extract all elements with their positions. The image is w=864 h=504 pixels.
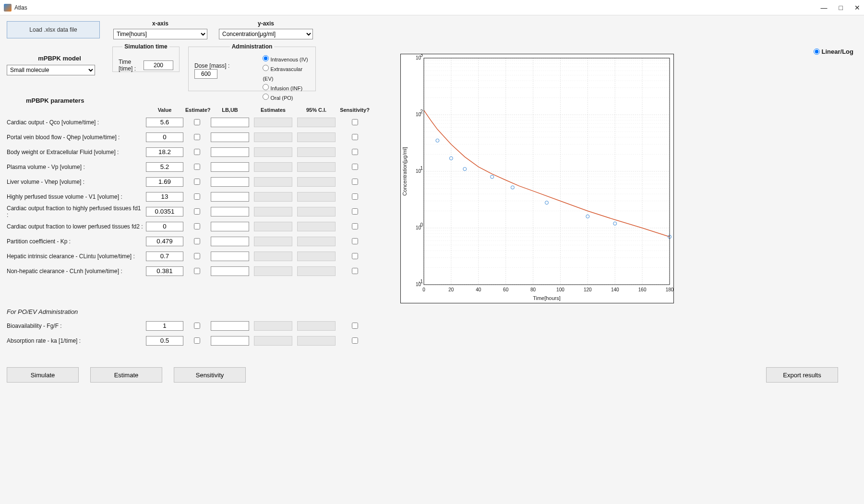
estimate-checkbox[interactable] <box>194 179 200 185</box>
param-value-input[interactable] <box>146 132 183 142</box>
lbub-input[interactable] <box>211 336 249 346</box>
lbub-input[interactable] <box>211 147 249 157</box>
estimates-output <box>254 252 292 261</box>
estimates-output <box>254 132 292 142</box>
dose-input[interactable] <box>194 69 217 79</box>
lbub-input[interactable] <box>211 162 249 172</box>
estimate-checkbox[interactable] <box>194 119 200 125</box>
param-value-input[interactable] <box>146 207 183 216</box>
param-value-input[interactable] <box>146 252 183 261</box>
maximize-icon[interactable]: □ <box>839 4 843 12</box>
param-value-input[interactable] <box>146 147 183 157</box>
lbub-input[interactable] <box>211 132 249 142</box>
time-input[interactable] <box>144 60 173 70</box>
sensitivity-checkbox[interactable] <box>352 223 358 229</box>
lbub-input[interactable] <box>211 237 249 246</box>
estimate-checkbox[interactable] <box>194 149 200 155</box>
svg-text:160: 160 <box>638 287 647 292</box>
estimate-button[interactable]: Estimate <box>90 367 162 383</box>
x-axis-select[interactable]: Time[hours] <box>113 29 207 39</box>
estimates-output <box>254 336 292 346</box>
estimate-checkbox[interactable] <box>194 164 200 170</box>
lbub-input[interactable] <box>211 177 249 187</box>
model-select[interactable]: Small molecule <box>7 65 95 75</box>
param-value-input[interactable] <box>146 177 183 187</box>
radio-po[interactable]: Oral (PO) <box>263 93 310 103</box>
lbub-input[interactable] <box>211 192 249 202</box>
sensitivity-checkbox[interactable] <box>352 179 358 185</box>
simulate-button[interactable]: Simulate <box>7 367 79 383</box>
sensitivity-checkbox[interactable] <box>352 268 358 274</box>
estimate-checkbox[interactable] <box>194 193 200 200</box>
y-axis-select[interactable]: Concentration[μg/ml] <box>219 29 313 39</box>
parameter-table: Value Estimate? LB,UB Estimates 95% C.I.… <box>7 107 391 278</box>
estimate-checkbox[interactable] <box>194 223 200 229</box>
sensitivity-checkbox[interactable] <box>352 164 358 170</box>
param-label: Non-hepatic clearance - CLnh [volume/tim… <box>7 268 144 275</box>
svg-text:20: 20 <box>448 287 454 292</box>
window-controls: — □ ✕ <box>821 4 860 12</box>
administration-fieldset: Administration Dose [mass] : Intravenous… <box>188 43 316 91</box>
sensitivity-checkbox[interactable] <box>352 323 358 329</box>
param-label: Liver volume - Vhep [volume] : <box>7 179 144 185</box>
sensitivity-checkbox[interactable] <box>352 119 358 125</box>
param-row: Body weight or Extracellular Fluid [volu… <box>7 144 391 159</box>
lbub-input[interactable] <box>211 207 249 216</box>
app-icon <box>4 4 12 12</box>
sensitivity-checkbox[interactable] <box>352 238 358 244</box>
param-value-input[interactable] <box>146 336 183 346</box>
param-value-input[interactable] <box>146 192 183 202</box>
sensitivity-checkbox[interactable] <box>352 208 358 215</box>
sensitivity-checkbox[interactable] <box>352 149 358 155</box>
svg-text:Time[hours]: Time[hours] <box>533 295 561 301</box>
estimate-checkbox[interactable] <box>194 208 200 215</box>
sensitivity-checkbox[interactable] <box>352 134 358 140</box>
estimate-checkbox[interactable] <box>194 323 200 329</box>
param-value-input[interactable] <box>146 222 183 231</box>
lbub-input[interactable] <box>211 118 249 127</box>
estimate-checkbox[interactable] <box>194 253 200 259</box>
estimate-checkbox[interactable] <box>194 268 200 274</box>
param-value-input[interactable] <box>146 162 183 172</box>
svg-point-72 <box>545 201 549 204</box>
lbub-input[interactable] <box>211 266 249 276</box>
close-icon[interactable]: ✕ <box>854 4 860 12</box>
estimates-output <box>254 147 292 157</box>
radio-iv[interactable]: Intravenous (IV) <box>263 55 310 64</box>
sensitivity-button[interactable]: Sensitivity <box>174 367 246 383</box>
param-row: Portal vein blood flow - Qhep [volume/ti… <box>7 130 391 144</box>
ci-output <box>297 222 336 231</box>
svg-text:120: 120 <box>584 287 592 292</box>
param-label: Cardiac output fraction to highly perfus… <box>7 205 144 218</box>
param-row: Liver volume - Vhep [volume] : <box>7 174 391 189</box>
radio-inf[interactable]: Infusion (INF) <box>263 84 310 93</box>
ci-output <box>297 321 336 331</box>
param-value-input[interactable] <box>146 266 183 276</box>
param-label: Partition coefficient - Kp : <box>7 238 144 245</box>
estimate-checkbox[interactable] <box>194 238 200 244</box>
estimates-output <box>254 192 292 202</box>
export-results-button[interactable]: Export results <box>766 367 838 383</box>
param-value-input[interactable] <box>146 118 183 127</box>
linear-log-toggle[interactable] <box>814 48 820 55</box>
chart-area: Linear/Log 10-11001011021030204060801001… <box>400 54 857 305</box>
minimize-icon[interactable]: — <box>821 4 828 12</box>
param-value-input[interactable] <box>146 321 183 331</box>
radio-ev[interactable]: Extravascular (EV) <box>263 64 310 84</box>
lbub-input[interactable] <box>211 321 249 331</box>
param-row: Cardiac output fraction to highly perfus… <box>7 204 391 219</box>
sensitivity-checkbox[interactable] <box>352 337 358 344</box>
load-data-button[interactable]: Load .xlsx data file <box>7 21 100 38</box>
param-row: Highly perfused tissue volume - V1 [volu… <box>7 189 391 204</box>
sensitivity-checkbox[interactable] <box>352 193 358 200</box>
estimate-checkbox[interactable] <box>194 134 200 140</box>
ci-output <box>297 162 336 172</box>
estimate-checkbox[interactable] <box>194 337 200 344</box>
param-value-input[interactable] <box>146 237 183 246</box>
estimates-output <box>254 207 292 216</box>
param-label: Plasma volume - Vp [volume] : <box>7 164 144 170</box>
lbub-input[interactable] <box>211 252 249 261</box>
sensitivity-checkbox[interactable] <box>352 253 358 259</box>
lbub-input[interactable] <box>211 222 249 231</box>
estimates-output <box>254 222 292 231</box>
